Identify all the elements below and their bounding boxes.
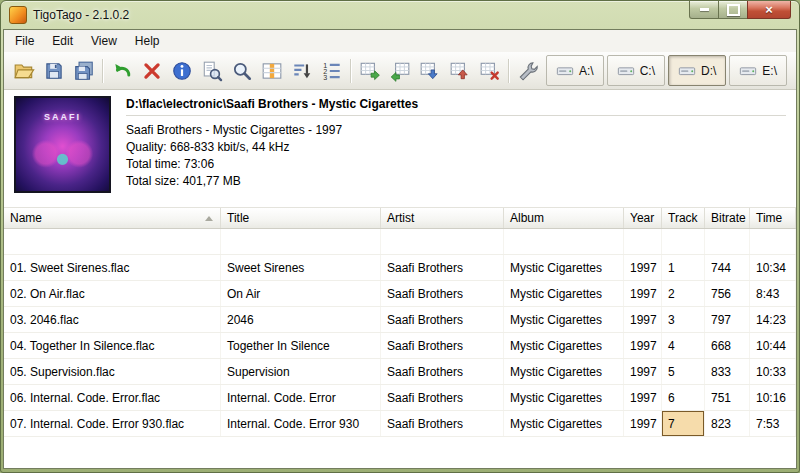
cell-name[interactable]: 05. Supervision.flac	[4, 359, 221, 384]
cell-title[interactable]: 2046	[221, 307, 381, 332]
settings-wrench-icon[interactable]	[513, 56, 543, 86]
cell-title[interactable]: Internal. Code. Error 930	[221, 411, 381, 436]
cell-track[interactable]: 4	[662, 333, 705, 358]
cell-name[interactable]: 06. Internal. Code. Error.flac	[4, 385, 221, 410]
open-folder-icon[interactable]	[9, 56, 39, 86]
cell-track[interactable]: 3	[662, 307, 705, 332]
cell-year[interactable]: 1997	[624, 307, 662, 332]
cell-name[interactable]: 03. 2046.flac	[4, 307, 221, 332]
cell-year[interactable]: 1997	[624, 255, 662, 280]
cell-bitrate[interactable]: 833	[705, 359, 750, 384]
column-header-year[interactable]: Year	[624, 208, 662, 228]
menu-file[interactable]: File	[6, 30, 43, 52]
drive-button-d[interactable]: D:\	[668, 55, 726, 86]
cell-artist[interactable]: Saafi Brothers	[381, 281, 504, 306]
column-header-artist[interactable]: Artist	[381, 208, 504, 228]
cell-artist[interactable]: Saafi Brothers	[381, 411, 504, 436]
cell-artist[interactable]: Saafi Brothers	[381, 307, 504, 332]
cell-title[interactable]: Sweet Sirenes	[221, 255, 381, 280]
cell-name[interactable]: 04. Together In Silence.flac	[4, 333, 221, 358]
cell-artist[interactable]: Saafi Brothers	[381, 255, 504, 280]
column-header-title[interactable]: Title	[221, 208, 381, 228]
save-icon[interactable]	[39, 56, 69, 86]
cell-bitrate[interactable]: 751	[705, 385, 750, 410]
cell-time[interactable]: 14:23	[750, 307, 796, 332]
save-all-icon[interactable]	[69, 56, 99, 86]
cell-bitrate[interactable]: 797	[705, 307, 750, 332]
title-bar[interactable]: TigoTago - 2.1.0.2	[1, 1, 799, 29]
cell-year[interactable]: 1997	[624, 333, 662, 358]
cell-album[interactable]	[504, 229, 624, 254]
cell-time[interactable]: 10:44	[750, 333, 796, 358]
column-header-name[interactable]: Name	[4, 208, 221, 228]
maximize-button[interactable]	[719, 1, 747, 19]
cell-bitrate[interactable]: 823	[705, 411, 750, 436]
cell-album[interactable]: Mystic Cigarettes	[504, 307, 624, 332]
delete-icon[interactable]	[137, 56, 167, 86]
numbered-list-icon[interactable]: 123	[317, 56, 347, 86]
copy-tags-icon[interactable]	[415, 56, 445, 86]
remove-tags-icon[interactable]	[475, 56, 505, 86]
cell-track[interactable]: 7	[662, 411, 705, 436]
cell-artist[interactable]: Saafi Brothers	[381, 385, 504, 410]
select-columns-icon[interactable]	[257, 56, 287, 86]
cell-name[interactable]	[4, 229, 221, 254]
cell-name[interactable]: 07. Internal. Code. Error 930.flac	[4, 411, 221, 436]
column-header-track[interactable]: Track	[662, 208, 705, 228]
cell-title[interactable]: Together In Silence	[221, 333, 381, 358]
drive-button-e[interactable]: E:\	[729, 55, 787, 86]
column-header-album[interactable]: Album	[504, 208, 624, 228]
cell-title[interactable]: Supervision	[221, 359, 381, 384]
sort-descending-icon[interactable]	[287, 56, 317, 86]
cell-year[interactable]: 1997	[624, 359, 662, 384]
tags-from-filename-icon[interactable]	[355, 56, 385, 86]
cell-year[interactable]: 1997	[624, 281, 662, 306]
cell-bitrate[interactable]: 668	[705, 333, 750, 358]
cell-time[interactable]	[750, 229, 796, 254]
cell-year[interactable]: 1997	[624, 385, 662, 410]
menu-view[interactable]: View	[82, 30, 126, 52]
cell-album[interactable]: Mystic Cigarettes	[504, 281, 624, 306]
menu-edit[interactable]: Edit	[43, 30, 82, 52]
cell-title[interactable]: On Air	[221, 281, 381, 306]
drive-button-a[interactable]: A:\	[546, 55, 604, 86]
cell-year[interactable]: 1997	[624, 411, 662, 436]
cell-name[interactable]: 01. Sweet Sirenes.flac	[4, 255, 221, 280]
column-header-bitrate[interactable]: Bitrate	[705, 208, 750, 228]
undo-icon[interactable]	[107, 56, 137, 86]
cell-time[interactable]: 8:43	[750, 281, 796, 306]
cell-name[interactable]: 02. On Air.flac	[4, 281, 221, 306]
cell-bitrate[interactable]	[705, 229, 750, 254]
cell-bitrate[interactable]: 756	[705, 281, 750, 306]
filenames-from-tags-icon[interactable]	[385, 56, 415, 86]
info-icon[interactable]	[167, 56, 197, 86]
cell-track[interactable]	[662, 229, 705, 254]
cell-bitrate[interactable]: 744	[705, 255, 750, 280]
column-header-time[interactable]: Time	[750, 208, 796, 228]
cell-track[interactable]: 2	[662, 281, 705, 306]
cell-title[interactable]	[221, 229, 381, 254]
cell-artist[interactable]: Saafi Brothers	[381, 333, 504, 358]
drive-button-c[interactable]: C:\	[607, 55, 665, 86]
cell-time[interactable]: 10:34	[750, 255, 796, 280]
cell-year[interactable]	[624, 229, 662, 254]
preview-document-icon[interactable]	[197, 56, 227, 86]
cell-album[interactable]: Mystic Cigarettes	[504, 359, 624, 384]
cell-album[interactable]: Mystic Cigarettes	[504, 333, 624, 358]
cell-album[interactable]: Mystic Cigarettes	[504, 385, 624, 410]
minimize-button[interactable]	[689, 1, 719, 19]
cell-track[interactable]: 5	[662, 359, 705, 384]
cell-album[interactable]: Mystic Cigarettes	[504, 411, 624, 436]
close-button[interactable]: ×	[747, 1, 791, 19]
menu-help[interactable]: Help	[126, 30, 169, 52]
cell-time[interactable]: 10:16	[750, 385, 796, 410]
find-icon[interactable]	[227, 56, 257, 86]
cell-album[interactable]: Mystic Cigarettes	[504, 255, 624, 280]
cell-time[interactable]: 10:33	[750, 359, 796, 384]
cell-track[interactable]: 6	[662, 385, 705, 410]
paste-tags-icon[interactable]	[445, 56, 475, 86]
cell-track[interactable]: 1	[662, 255, 705, 280]
cell-title[interactable]: Internal. Code. Error	[221, 385, 381, 410]
cell-artist[interactable]: Saafi Brothers	[381, 359, 504, 384]
cell-artist[interactable]	[381, 229, 504, 254]
